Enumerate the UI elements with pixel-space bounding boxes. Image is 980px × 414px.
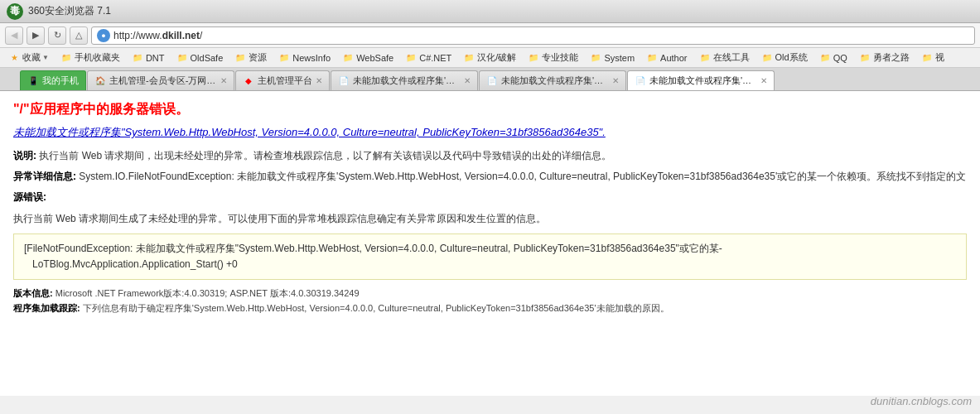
folder-icon: 📁: [463, 52, 475, 64]
bookmark-label: Old系统: [775, 51, 808, 64]
bookmark-oldsys[interactable]: 📁 Old系统: [756, 49, 813, 66]
address-bar[interactable]: ● http://www.dkill.net/: [91, 26, 975, 45]
bookmark-csharp[interactable]: 📁 C#.NET: [400, 50, 456, 66]
folder-icon: 📁: [761, 52, 773, 64]
chevron-down-icon: ▼: [42, 54, 49, 61]
bookmark-dnt[interactable]: 📁 DNT: [127, 50, 170, 66]
tabs-bar: 📱 我的手机 🏠 主机管理-会员专区-万网(www.... ✕ ◆ 主机管理平台…: [0, 68, 980, 91]
folder-icon: 📁: [342, 52, 354, 64]
content-area: "/"应用程序中的服务器错误。 未能加载文件或程序集"System.Web.Ht…: [0, 91, 980, 396]
address-domain: dkill.net: [162, 30, 200, 41]
browser-logo: 毒: [7, 3, 23, 20]
folder-icon: 📁: [132, 52, 143, 64]
bookmark-author[interactable]: 📁 Author: [641, 50, 692, 66]
bookmark-label: 专业技能: [542, 51, 578, 64]
description-section: 说明: 执行当前 Web 请求期间，出现未经处理的异常。请检查堆栈跟踪信息，以了…: [13, 148, 967, 164]
assembly-text: 下列信息有助于确定程序集'System.Web.Http.WebHost, Ve…: [83, 303, 669, 313]
bookmark-label: Author: [660, 53, 687, 63]
bookmark-label: 视: [935, 51, 944, 64]
tab-label: 未能加载文件或程序集'System...: [353, 75, 461, 87]
page-icon: 📄: [635, 75, 646, 87]
folder-icon: 📁: [405, 52, 417, 64]
bookmark-video[interactable]: 📁 视: [916, 49, 949, 66]
detail-section: 异常详细信息: System.IO.FileNotFoundException:…: [13, 169, 967, 185]
description-label: 说明:: [13, 150, 36, 161]
close-icon[interactable]: ✕: [316, 76, 322, 85]
folder-icon: 📁: [278, 52, 290, 64]
address-protocol: http://www.: [113, 30, 162, 41]
folder-icon: 📁: [590, 52, 601, 64]
tab-phone[interactable]: 📱 我的手机: [20, 70, 86, 90]
back-button[interactable]: ◀: [5, 26, 23, 45]
folder-icon: 📁: [859, 52, 871, 64]
watermark-text: dunitian.cnblogs.com: [871, 395, 972, 407]
folder-icon: 📁: [646, 52, 658, 64]
error-title: "/"应用程序中的服务器错误。: [13, 101, 967, 118]
bookmark-websafe[interactable]: 📁 WebSafe: [337, 50, 398, 66]
bookmark-label: 收藏: [22, 51, 41, 64]
bookmark-label: WebSafe: [356, 53, 393, 63]
bookmark-label: 资源: [249, 51, 267, 64]
bookmark-label: 手机收藏夹: [75, 51, 120, 64]
bookmark-resources[interactable]: 📁 资源: [229, 49, 272, 66]
tab-label: 未能加载文件或程序集'System...: [501, 75, 609, 87]
close-icon[interactable]: ✕: [464, 76, 471, 85]
bookmark-label: System: [604, 53, 635, 63]
tab-label: 主机管理平台: [258, 75, 312, 87]
tab-error-1[interactable]: 📄 未能加载文件或程序集'System... ✕: [331, 70, 478, 90]
error-subtitle: 未能加载文件或程序集"System.Web.Http.WebHost, Vers…: [13, 125, 967, 140]
bookmark-favorites[interactable]: ★ 收藏 ▼: [3, 49, 54, 66]
title-bar: 毒 360安全浏览器 7.1: [0, 0, 980, 23]
tab-host-mgmt[interactable]: ◆ 主机管理平台 ✕: [235, 70, 330, 90]
tab-label: 未能加载文件或程序集'System...: [649, 75, 757, 87]
bookmark-label: 在线工具: [713, 51, 750, 64]
watermark: dunitian.cnblogs.com: [871, 395, 972, 407]
tab-label: 我的手机: [42, 75, 79, 87]
folder-icon: 📁: [176, 52, 188, 64]
stack-trace-box: [FileNotFoundException: 未能加载文件或程序集"Syste…: [13, 233, 967, 280]
folder-icon: 📁: [819, 52, 831, 64]
phone-icon: 📱: [27, 75, 39, 87]
refresh-button[interactable]: ↻: [48, 26, 66, 45]
bookmark-oldsafe[interactable]: 📁 OldSafe: [171, 50, 229, 66]
tab-error-3[interactable]: 📄 未能加载文件或程序集'System... ✕: [627, 70, 775, 90]
address-icon: ●: [97, 29, 110, 42]
bookmark-system[interactable]: 📁 System: [585, 50, 640, 66]
bookmark-hero[interactable]: 📁 勇者之路: [854, 49, 915, 66]
home-button[interactable]: △: [70, 26, 88, 45]
bookmark-label: DNT: [146, 53, 165, 63]
bookmark-phone[interactable]: 📁 手机收藏夹: [56, 49, 125, 66]
tab-wanwang[interactable]: 🏠 主机管理-会员专区-万网(www.... ✕: [87, 70, 234, 90]
page-icon: 📄: [486, 75, 498, 87]
bookmarks-bar: ★ 收藏 ▼ 📁 手机收藏夹 📁 DNT 📁 OldSafe 📁 资源 📁 Ne…: [0, 48, 980, 68]
bookmark-qq[interactable]: 📁 QQ: [814, 50, 852, 66]
folder-icon: 📁: [60, 52, 72, 64]
close-icon[interactable]: ✕: [760, 76, 767, 85]
tab-error-2[interactable]: 📄 未能加载文件或程序集'System... ✕: [479, 70, 626, 90]
folder-icon: 📁: [234, 52, 246, 64]
folder-icon: 📁: [528, 52, 539, 64]
close-icon[interactable]: ✕: [612, 76, 619, 85]
page-icon: 📄: [338, 75, 350, 87]
folder-icon: 📁: [921, 52, 933, 64]
bookmark-label: 勇者之路: [873, 51, 910, 64]
close-icon[interactable]: ✕: [220, 76, 227, 85]
title-bar-text: 360安全浏览器 7.1: [28, 4, 111, 18]
bookmark-newsinfo[interactable]: 📁 NewsInfo: [273, 50, 336, 66]
home-icon: 🏠: [94, 75, 106, 87]
source-label: 源错误:: [13, 191, 46, 203]
bookmark-label: NewsInfo: [292, 53, 331, 63]
bookmark-crack[interactable]: 📁 汉化/破解: [458, 49, 521, 66]
source-section: 源错误:: [13, 190, 967, 205]
bookmark-label: 汉化/破解: [477, 51, 516, 64]
forward-button[interactable]: ▶: [27, 26, 45, 45]
tab-label: 主机管理-会员专区-万网(www....: [109, 75, 217, 87]
bookmark-label: OldSafe: [191, 53, 224, 63]
bookmark-skills[interactable]: 📁 专业技能: [523, 49, 583, 66]
bookmark-tools[interactable]: 📁 在线工具: [694, 49, 755, 66]
nav-bar: ◀ ▶ ↻ △ ● http://www.dkill.net/: [0, 23, 980, 48]
address-path: /: [200, 30, 202, 41]
version-label: 版本信息:: [13, 288, 53, 298]
folder-icon: 📁: [699, 52, 711, 64]
detail-text: System.IO.FileNotFoundException: 未能加载文件或…: [79, 171, 966, 182]
